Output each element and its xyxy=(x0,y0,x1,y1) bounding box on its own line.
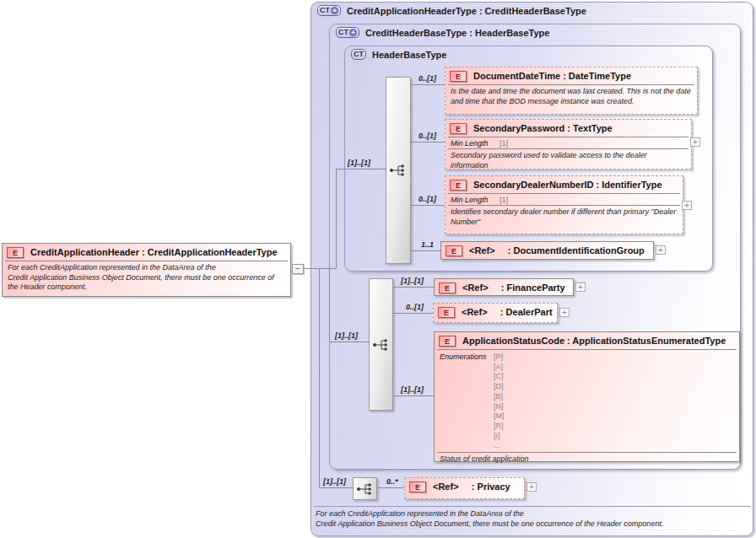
outer-container-header[interactable]: CT+ CreditApplicationHeaderType : Credit… xyxy=(317,5,586,16)
connector-line xyxy=(329,342,369,342)
inner-container-header[interactable]: CT HeaderBaseType xyxy=(351,49,446,60)
element-secondarypassword[interactable]: E SecondaryPassword : TextType Min Lengt… xyxy=(445,119,692,169)
element-ref-documentidentificationgroup[interactable]: E <Ref> : DocumentIdentificationGroup xyxy=(440,241,654,260)
sequence-compositor[interactable] xyxy=(369,278,393,411)
cardinality-label: [1]..[1] xyxy=(401,385,424,394)
connector-line xyxy=(319,268,320,488)
element-annotation: Status of credit application xyxy=(435,453,739,466)
cardinality-label: 0..[1] xyxy=(418,195,436,203)
element-title: <Ref> : FinanceParty xyxy=(462,282,565,293)
element-icon: E xyxy=(409,482,426,492)
element-annotation: For each CreditApplication represented i… xyxy=(3,261,290,294)
connector-line xyxy=(336,169,337,268)
element-title: SecondaryPassword : TextType xyxy=(473,123,613,133)
connector-line xyxy=(411,142,445,143)
cardinality-label: [1]..[1] xyxy=(348,159,370,167)
connector-line xyxy=(329,268,330,342)
expand-button[interactable]: + xyxy=(682,201,692,210)
element-icon: E xyxy=(439,282,456,293)
element-title: ApplicationStatusCode : ApplicationStatu… xyxy=(462,336,726,346)
element-title: SecondaryDealerNumberID : IdentifierType xyxy=(473,180,662,190)
element-annotation: Secondary password used to validate acce… xyxy=(446,149,691,172)
enumeration-values: [P] [A] [C] [D] [B] [N] [M] [R] [I] ... xyxy=(494,352,505,451)
cardinality-label: 0..* xyxy=(386,477,398,486)
outer-container-title: CreditApplicationHeaderType : CreditHead… xyxy=(347,6,586,16)
element-icon: E xyxy=(450,180,467,191)
mid-container-title: CreditHeaderBaseType : HeaderBaseType xyxy=(365,28,549,38)
connector-line xyxy=(377,487,404,488)
element-creditapplicationheader[interactable]: E CreditApplicationHeader : CreditApplic… xyxy=(2,243,291,297)
element-icon: E xyxy=(7,247,24,258)
facet-row: Min Length [1] xyxy=(446,194,683,205)
complextype-derived-icon: CT+ xyxy=(336,27,359,38)
complextype-derived-icon: CT+ xyxy=(317,5,341,16)
connector-line xyxy=(393,395,434,396)
cardinality-label: 0..[1] xyxy=(406,303,424,311)
element-icon: E xyxy=(439,336,456,347)
connector-line xyxy=(393,287,434,288)
element-icon: E xyxy=(446,245,462,256)
expand-button[interactable]: + xyxy=(656,245,666,255)
complextype-icon: CT xyxy=(351,49,366,60)
element-title: CreditApplicationHeader : CreditApplicat… xyxy=(30,247,278,257)
element-title: <Ref> : DealerParty xyxy=(462,307,553,317)
mid-container-header[interactable]: CT+ CreditHeaderBaseType : HeaderBaseTyp… xyxy=(336,27,549,38)
element-secondarydealernumberid[interactable]: E SecondaryDealerNumberID : IdentifierTy… xyxy=(445,175,683,234)
expand-button[interactable]: + xyxy=(559,308,570,317)
connector-line xyxy=(411,84,445,85)
expand-button[interactable]: + xyxy=(690,137,700,147)
cardinality-label: 0..[1] xyxy=(418,74,436,83)
connector-line xyxy=(319,487,353,488)
connector-line xyxy=(304,268,336,269)
schema-diagram: CT+ CreditApplicationHeaderType : Credit… xyxy=(0,0,756,538)
element-ref-dealerparty[interactable]: E <Ref> : DealerParty xyxy=(433,303,558,323)
cardinality-label: 1..1 xyxy=(421,240,434,249)
expand-button[interactable]: + xyxy=(526,482,537,492)
element-title: DocumentDateTime : DateTimeType xyxy=(473,71,631,81)
footer-separator xyxy=(314,506,751,507)
connector-line xyxy=(411,205,445,206)
enumerations-block: Enumerations [P] [A] [C] [D] [B] [N] [M]… xyxy=(435,350,739,452)
cardinality-label: [1]..[1] xyxy=(335,331,358,340)
element-annotation: Is the date and time the document was la… xyxy=(446,85,697,108)
cardinality-label: [1]..[1] xyxy=(323,477,346,486)
collapse-button[interactable]: − xyxy=(292,264,304,274)
outer-container-annotation: For each CreditApplication represented i… xyxy=(316,508,749,529)
sequence-icon xyxy=(389,164,408,177)
inner-container-title: HeaderBaseType xyxy=(372,50,446,60)
element-documentdatetime[interactable]: E DocumentDateTime : DateTimeType Is the… xyxy=(445,67,698,115)
sequence-icon xyxy=(372,338,391,352)
connector-line xyxy=(336,169,386,169)
connector-line xyxy=(393,313,433,314)
element-icon: E xyxy=(438,307,455,318)
sequence-compositor[interactable] xyxy=(386,77,411,264)
expand-button[interactable]: + xyxy=(575,282,586,292)
cardinality-label: [1]..[1] xyxy=(401,277,424,285)
connector-line xyxy=(411,250,440,251)
cardinality-label: 0..[1] xyxy=(418,132,436,140)
element-applicationstatuscode[interactable]: E ApplicationStatusCode : ApplicationSta… xyxy=(434,331,740,462)
element-ref-privacy[interactable]: E <Ref> : Privacy xyxy=(404,477,525,499)
element-icon: E xyxy=(450,123,467,134)
element-icon: E xyxy=(450,71,467,82)
sequence-compositor[interactable] xyxy=(353,477,377,500)
element-ref-financeparty[interactable]: E <Ref> : FinanceParty xyxy=(434,278,574,296)
element-title: <Ref> : Privacy xyxy=(433,482,510,492)
element-title: <Ref> : DocumentIdentificationGroup xyxy=(469,245,645,256)
facet-row: Min Length [1] xyxy=(446,137,691,148)
sequence-icon xyxy=(356,482,375,496)
element-annotation: Identifies secondary dealer number if di… xyxy=(446,206,683,229)
